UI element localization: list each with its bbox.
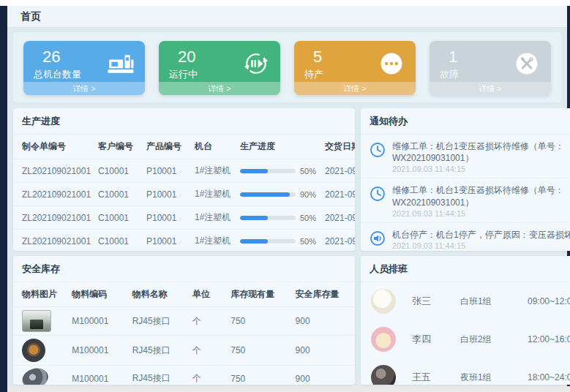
customer-no: C10001: [95, 183, 143, 206]
stat-label: 待产: [304, 68, 323, 81]
column-header: 单位: [190, 282, 228, 307]
column-header: 物料名称: [130, 282, 190, 307]
avatar: [371, 289, 396, 314]
material-name: RJ45接口: [130, 366, 190, 385]
stat-label: 总机台数量: [34, 68, 81, 81]
machine-name: 1#注塑机: [192, 183, 237, 206]
material-code: M100001: [69, 366, 129, 385]
safety-qty: 900: [293, 366, 355, 385]
column-header: 交货日期: [322, 135, 355, 159]
running-icon: [242, 51, 270, 76]
progress-bar: 50%: [240, 167, 319, 176]
stock-qty: 750: [228, 336, 292, 366]
table-row: M100001 RJ45接口 个 750 900: [13, 336, 355, 366]
person-name: 张三: [412, 295, 460, 308]
column-header: 生产进度: [237, 135, 322, 159]
order-no: ZL202109021001: [13, 159, 95, 183]
shift-time: 18:00~24:00: [528, 372, 570, 382]
machine-name: 1#注塑机: [192, 206, 237, 230]
stat-card-total-machines[interactable]: 26 总机台数量 详情 >: [23, 41, 145, 95]
stat-value: 20: [178, 48, 195, 67]
column-header: 物料编码: [69, 282, 129, 307]
stat-card-waiting[interactable]: 5 待产 详情 >: [294, 41, 416, 95]
material-name: RJ45接口: [130, 307, 190, 336]
stock-qty: 750: [228, 366, 292, 385]
inventory-table: 物料图片 物料编码 物料名称 单位 库存现有量 安全库存量 M100001 R: [13, 282, 355, 385]
customer-no: C10001: [95, 159, 143, 183]
safety-stock-panel: 安全库存 物料图片 物料编码 物料名称 单位 库存现有量 安全库存量: [13, 256, 355, 385]
stat-label: 运行中: [169, 68, 198, 81]
panel-title-production: 生产进度: [13, 108, 355, 135]
schedule-row: 李四 白班2组 12:00~16:00: [361, 320, 570, 358]
material-unit: 个: [190, 336, 228, 366]
table-row: ZL202109021001 C10001 P10001 1#注塑机 50% 2…: [13, 159, 355, 183]
notification-item[interactable]: 维修工单：机台1变压器损坏待维修（单号：WX202109031001） 2021…: [361, 178, 570, 222]
column-header: 客户编号: [95, 135, 143, 159]
order-no: ZL202109021001: [13, 206, 95, 230]
material-code: M100001: [69, 336, 129, 366]
notifications-panel: 通知待办 维修工单：机台1变压器损坏待维修（单号：WX202109031001）…: [361, 108, 570, 251]
table-row: ZL202109021001 C10001 P10001 1#注塑机 50% 2…: [13, 206, 355, 230]
shift-name: 白班1组: [460, 295, 528, 308]
card-detail-link[interactable]: 详情 >: [294, 82, 416, 95]
stock-qty: 750: [228, 307, 292, 336]
notification-item[interactable]: 机台停产：机台1停产，停产原因：变压器损坏 2021.09.03 11:44:1…: [361, 223, 570, 251]
shift-time: 09:00~12:00: [528, 296, 570, 306]
rj45-connector-image: [22, 310, 51, 332]
column-header: 产品编号: [143, 135, 192, 159]
panel-title-schedule: 人员排班: [361, 256, 570, 282]
product-no: P10001: [143, 159, 192, 183]
notification-message: 维修工单：机台1变压器损坏待维修（单号：WX202109031001）: [392, 184, 570, 208]
production-progress-panel: 生产进度 制令单编号 客户编号 产品编号 机台 生产进度 交货日期: [13, 108, 355, 251]
safety-qty: 900: [293, 307, 355, 336]
stat-card-running[interactable]: 20 运行中 详情 >: [159, 41, 280, 95]
machine-name: 1#注塑机: [192, 159, 237, 183]
tab-home[interactable]: 首页: [20, 10, 41, 23]
schedule-row: 王五 夜班1组 18:00~24:00: [361, 358, 570, 385]
column-header: 机台: [192, 135, 237, 159]
ellipsis-icon: [378, 51, 405, 76]
main-content: 首页 26 总机台数量 详情 > 20 运行中: [7, 6, 567, 386]
stat-cards-panel: 26 总机台数量 详情 > 20 运行中: [13, 32, 561, 102]
material-unit: 个: [190, 307, 228, 336]
shift-name: 白班2组: [460, 333, 528, 346]
card-detail-link[interactable]: 详情 >: [430, 82, 551, 95]
machine-icon: [107, 51, 135, 76]
speaker-driver-image: [20, 365, 51, 385]
card-detail-link[interactable]: 详情 >: [159, 82, 280, 95]
tab-bar: 首页: [7, 6, 567, 28]
sidebar-edge: [0, 6, 7, 392]
table-row: ZL202109021001 C10001 P10001 1#注塑机 90% 2…: [13, 183, 355, 206]
stat-card-fault[interactable]: 1 故障 详情 >: [430, 41, 551, 95]
stat-value: 1: [449, 48, 457, 67]
avatar: [371, 327, 396, 352]
production-table: 制令单编号 客户编号 产品编号 机台 生产进度 交货日期 ZL202109021…: [13, 135, 355, 251]
progress-bar: 50%: [240, 237, 319, 246]
card-detail-link[interactable]: 详情 >: [23, 82, 145, 95]
tools-icon: [513, 51, 541, 76]
column-header: 安全库存量: [293, 282, 355, 307]
customer-no: C10001: [95, 206, 143, 230]
shift-name: 夜班1组: [460, 372, 528, 384]
safety-qty: 900: [293, 336, 355, 366]
delivery-date: 2021-09-10: [322, 183, 355, 206]
notification-item[interactable]: 维修工单：机台1变压器损坏待维修（单号：WX202109031001） 2021…: [361, 135, 570, 178]
avatar: [371, 365, 396, 385]
window-top-edge: [0, 0, 570, 6]
schedule-row: 张三 白班1组 09:00~12:00: [361, 282, 570, 320]
window-bottom-edge: [7, 386, 570, 392]
personnel-schedule-panel: 人员排班 张三 白班1组 09:00~12:00 李四 白班2组 12:00~1…: [361, 256, 570, 385]
notification-message: 维修工单：机台1变压器损坏待维修（单号：WX202109031001）: [392, 140, 570, 164]
delivery-date: 2021-09-10: [322, 230, 355, 252]
customer-no: C10001: [95, 230, 143, 252]
notification-time: 2021.09.03 11:44:15: [392, 241, 570, 250]
delivery-date: 2021-09-10: [322, 206, 355, 230]
order-no: ZL202109021001: [13, 183, 95, 206]
round-speaker-image: [22, 339, 45, 362]
product-no: P10001: [143, 230, 192, 252]
speaker-icon: [370, 230, 386, 246]
person-name: 李四: [412, 333, 460, 346]
material-unit: 个: [190, 366, 228, 385]
progress-bar: 50%: [240, 214, 319, 222]
column-header: 制令单编号: [13, 135, 95, 159]
